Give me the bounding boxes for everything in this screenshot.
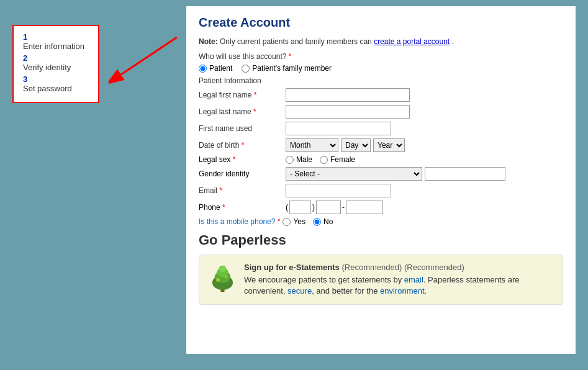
arrow-icon xyxy=(109,31,183,87)
gender-identity-select[interactable]: - Select - xyxy=(286,167,422,181)
family-radio[interactable] xyxy=(242,65,250,73)
no-mobile-radio[interactable] xyxy=(313,218,321,226)
phone-area-code[interactable] xyxy=(289,201,311,214)
environment-highlight: environment xyxy=(380,286,425,296)
recommended-parens: (Recommended) xyxy=(404,263,464,272)
legal-sex-label: Legal sex * xyxy=(199,155,286,164)
phone-number[interactable] xyxy=(346,201,383,214)
patient-label: Patient xyxy=(209,64,232,73)
svg-line-1 xyxy=(121,37,177,74)
who-question: Who will use this account? * xyxy=(199,52,563,61)
phone-open-paren: ( xyxy=(286,203,288,212)
no-mobile-label[interactable]: No xyxy=(313,217,333,226)
phone-label: Phone * xyxy=(199,203,286,212)
female-radio[interactable] xyxy=(320,156,328,164)
portal-account-link[interactable]: create a portal account xyxy=(374,37,450,46)
yes-label: Yes xyxy=(293,217,305,226)
mobile-question-label: Is this a mobile phone? * xyxy=(199,217,280,226)
page-wrapper: 1 Enter information 2 Verify identity 3 … xyxy=(0,0,588,370)
recommended-label: (Recommended) xyxy=(341,263,402,272)
gender-identity-label: Gender identity xyxy=(199,169,286,178)
paperless-text: Sign up for e-Statements (Recommended) (… xyxy=(244,263,553,297)
go-paperless-title: Go Paperless xyxy=(199,232,563,248)
legal-sex-row: Legal sex * Male Female xyxy=(199,155,563,164)
year-select[interactable]: Year xyxy=(373,138,405,152)
yes-mobile-radio[interactable] xyxy=(283,218,291,226)
legal-last-name-label: Legal last name * xyxy=(199,107,286,116)
note-text: Only current patients and family members… xyxy=(220,37,374,46)
steps-box: 1 Enter information 2 Verify identity 3 … xyxy=(12,25,99,103)
svg-point-7 xyxy=(216,278,220,282)
email-row: Email * xyxy=(199,184,563,197)
step-2-label: Verify identity xyxy=(23,63,89,72)
patient-radio-label[interactable]: Patient xyxy=(199,64,232,73)
legal-last-name-input[interactable] xyxy=(286,105,410,119)
phone-row: Phone * ( ) - xyxy=(199,201,563,214)
email-highlight: email xyxy=(404,275,423,284)
legal-first-name-label: Legal first name * xyxy=(199,91,286,99)
email-input[interactable] xyxy=(286,184,391,197)
male-radio-label[interactable]: Male xyxy=(286,155,312,164)
email-label: Email * xyxy=(199,186,286,195)
no-label: No xyxy=(323,217,333,226)
legal-first-name-row: Legal first name * xyxy=(199,88,563,102)
step-2-num: 2 xyxy=(23,53,27,63)
date-of-birth-row: Date of birth * Month JanuaryFebruaryMar… xyxy=(199,138,563,152)
mobile-phone-row: Is this a mobile phone? * Yes No xyxy=(199,217,563,226)
step-3-num: 3 xyxy=(23,74,27,84)
male-radio[interactable] xyxy=(286,156,294,164)
note-prefix: Note: xyxy=(199,37,218,46)
secure-highlight: secure xyxy=(287,286,312,296)
section-title: Patient Information xyxy=(199,76,563,85)
first-name-used-input[interactable] xyxy=(286,122,391,135)
right-panel: Create Account Note: Only current patien… xyxy=(186,6,576,354)
legal-first-name-input[interactable] xyxy=(286,88,410,102)
signup-title: Sign up for e-Statements xyxy=(244,263,340,272)
first-name-used-label: First name used xyxy=(199,124,286,133)
step-3-label: Set password xyxy=(23,84,89,93)
family-member-radio-label[interactable]: Patient's family member xyxy=(242,64,332,73)
arrow-container xyxy=(109,31,183,89)
svg-point-6 xyxy=(219,265,227,272)
legal-sex-options: Male Female xyxy=(286,155,355,164)
legal-last-name-row: Legal last name * xyxy=(199,105,563,119)
step-1-label: Enter information xyxy=(23,42,89,51)
dob-selects: Month JanuaryFebruaryMarch AprilMayJune … xyxy=(286,138,405,152)
phone-input-group: ( ) - xyxy=(286,201,383,214)
required-marker: * xyxy=(289,52,292,61)
note-line: Note: Only current patients and family m… xyxy=(199,37,563,46)
gender-identity-row: Gender identity - Select - xyxy=(199,167,563,181)
mobile-options-group: Yes No xyxy=(283,217,333,226)
male-label: Male xyxy=(296,155,312,164)
month-select[interactable]: Month JanuaryFebruaryMarch AprilMayJune … xyxy=(286,138,338,152)
yes-mobile-label[interactable]: Yes xyxy=(283,217,305,226)
family-member-label: Patient's family member xyxy=(252,64,332,73)
left-panel: 1 Enter information 2 Verify identity 3 … xyxy=(12,6,174,354)
paperless-description: We encourage patients to get statements … xyxy=(244,274,553,297)
page-title: Create Account xyxy=(199,16,563,30)
day-select[interactable]: Day xyxy=(341,138,371,152)
note-suffix: . xyxy=(452,37,454,46)
phone-prefix[interactable] xyxy=(316,201,341,214)
main-content: 1 Enter information 2 Verify identity 3 … xyxy=(0,0,588,360)
gender-identity-text-input[interactable] xyxy=(425,167,505,181)
tree-icon xyxy=(209,263,237,294)
female-radio-label[interactable]: Female xyxy=(320,155,355,164)
phone-close-paren: ) xyxy=(312,203,315,212)
paperless-box: Sign up for e-Statements (Recommended) (… xyxy=(199,255,563,305)
patient-radio[interactable] xyxy=(199,65,207,73)
phone-dash: - xyxy=(342,203,345,212)
first-name-used-row: First name used xyxy=(199,122,563,135)
who-radio-group: Patient Patient's family member xyxy=(199,64,563,73)
female-label: Female xyxy=(330,155,355,164)
step-1-num: 1 xyxy=(23,32,27,42)
dob-label: Date of birth * xyxy=(199,141,286,150)
svg-point-8 xyxy=(225,276,228,279)
